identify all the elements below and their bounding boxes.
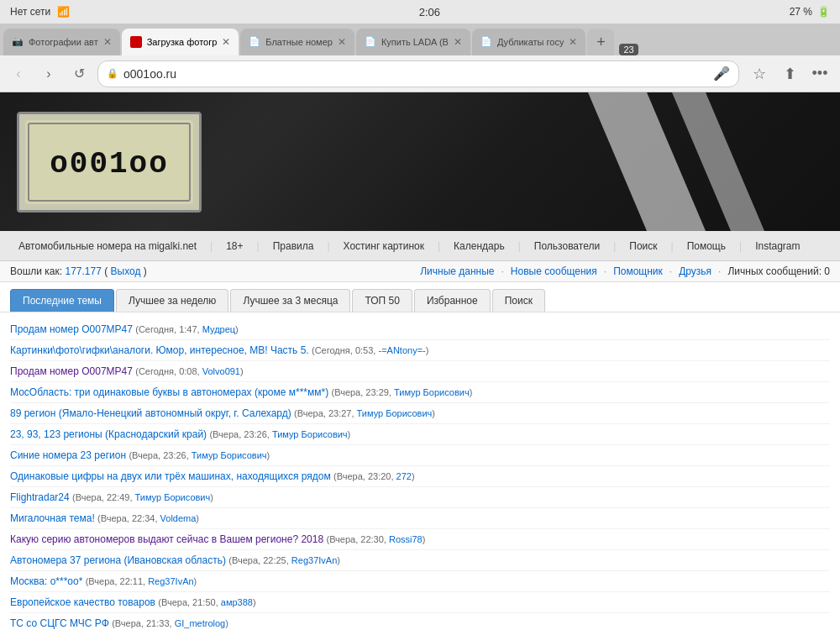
- thread-7: Одинаковые цифры на двух или трёх машина…: [10, 466, 830, 487]
- bookmark-button[interactable]: ☆: [746, 60, 773, 87]
- link-friends[interactable]: Друзья: [679, 265, 711, 277]
- tab-2[interactable]: Загрузка фотогр ✕: [122, 29, 239, 55]
- tabs-container: 📷 Фотографии авт ✕ Загрузка фотогр ✕ 📄 Б…: [3, 29, 837, 55]
- link-helper[interactable]: Помощник: [613, 265, 663, 277]
- hero-banner-inner: о001оо: [0, 92, 840, 231]
- thread-10-link[interactable]: Какую серию автономеров выдают сейчас в …: [10, 533, 323, 545]
- thread-14: ТС со СЦГС МЧС РФ (Вчера, 21:33, GI_metr…: [10, 613, 830, 630]
- nav-item-home[interactable]: Автомобильные номера на migalki.net: [8, 235, 207, 257]
- thread-3-link[interactable]: МосОбласть: три одинаковые буквы в автон…: [10, 386, 328, 398]
- content-tabs: Последние темы Лучшее за неделю Лучшее з…: [0, 282, 840, 312]
- status-time: 2:06: [419, 6, 440, 18]
- nav-item-rules[interactable]: Правила: [263, 235, 324, 257]
- thread-0-link[interactable]: Продам номер О007МР47: [10, 323, 133, 335]
- thread-4-user[interactable]: Тимур Борисович: [357, 408, 433, 418]
- thread-10: Какую серию автономеров выдают сейчас в …: [10, 529, 830, 550]
- tab-3-close[interactable]: ✕: [338, 36, 346, 48]
- private-messages-count: Личных сообщений: 0: [727, 265, 830, 277]
- thread-0-meta: (Сегодня, 1:47,: [135, 324, 202, 334]
- nav-item-hosting[interactable]: Хостинг картинок: [333, 235, 434, 257]
- thread-1: Картинки\фото\гифки\аналоги. Юмор, интер…: [10, 340, 830, 361]
- thread-13-link[interactable]: Европейское качество товаров: [10, 596, 155, 608]
- url-text: o001oo.ru: [123, 67, 708, 81]
- url-input-container[interactable]: 🔒 o001oo.ru 🎤: [97, 60, 739, 87]
- nav-item-18[interactable]: 18+: [216, 235, 253, 257]
- thread-9-link[interactable]: Мигалочная тема!: [10, 512, 95, 524]
- login-info: Вошли как: 177.177 ( Выход ): [10, 265, 147, 277]
- thread-14-link[interactable]: ТС со СЦГС МЧС РФ: [10, 617, 109, 629]
- thread-14-user[interactable]: GI_metrolog: [175, 618, 226, 628]
- threads-section: Продам номер О007МР47 (Сегодня, 1:47, Му…: [0, 312, 840, 630]
- nav-item-calendar[interactable]: Календарь: [444, 235, 515, 257]
- thread-5: 23, 93, 123 регионы (Краснодарский край)…: [10, 424, 830, 445]
- link-personal[interactable]: Личные данные: [420, 265, 494, 277]
- tab-bar: 📷 Фотографии авт ✕ Загрузка фотогр ✕ 📄 Б…: [0, 24, 840, 55]
- thread-1-link[interactable]: Картинки\фото\гифки\аналоги. Юмор, интер…: [10, 344, 309, 356]
- thread-12-user[interactable]: Reg37IvAn: [148, 576, 193, 586]
- tab-1-close[interactable]: ✕: [103, 36, 112, 48]
- status-right: 27 % 🔋: [790, 6, 830, 18]
- nav-item-help[interactable]: Помощь: [677, 235, 736, 257]
- thread-2-link[interactable]: Продам номер О007МР47: [10, 365, 133, 377]
- wifi-icon: 📶: [57, 6, 70, 18]
- tab-3-label: Блатные номер: [265, 37, 333, 47]
- lock-icon: 🔒: [107, 68, 118, 79]
- thread-1-user[interactable]: -=ANtony=-: [378, 345, 425, 355]
- mic-icon[interactable]: 🎤: [713, 66, 730, 81]
- tab-3months[interactable]: Лучшее за 3 месяца: [230, 289, 350, 312]
- tab-1[interactable]: 📷 Фотографии авт ✕: [3, 29, 120, 55]
- battery-icon: 🔋: [817, 6, 830, 18]
- tab-search[interactable]: Поиск: [492, 289, 545, 312]
- tab-1-label: Фотографии авт: [29, 37, 98, 47]
- signal-text: Нет сети: [10, 6, 50, 18]
- thread-6-link[interactable]: Синие номера 23 регион: [10, 449, 126, 461]
- forward-button[interactable]: ›: [37, 62, 60, 86]
- thread-4-link[interactable]: 89 регион (Ямало-Ненецкий автономный окр…: [10, 407, 291, 419]
- thread-6-user[interactable]: Тимур Борисович: [192, 450, 267, 460]
- thread-7-user[interactable]: 272: [396, 471, 412, 481]
- tab-3[interactable]: 📄 Блатные номер ✕: [240, 29, 354, 55]
- nav-item-instagram[interactable]: Instagram: [745, 235, 810, 257]
- thread-3-user[interactable]: Тимур Борисович: [394, 387, 470, 397]
- thread-2: Продам номер О007МР47 (Сегодня, 0:08, Vo…: [10, 361, 830, 382]
- thread-5-user[interactable]: Тимур Борисович: [272, 429, 348, 439]
- thread-11-link[interactable]: Автономера 37 региона (Ивановская област…: [10, 554, 226, 566]
- thread-9: Мигалочная тема! (Вчера, 22:34, Voldema): [10, 508, 830, 529]
- tab-week[interactable]: Лучшее за неделю: [116, 289, 228, 312]
- thread-2-user[interactable]: Volvo091: [202, 366, 240, 376]
- login-username[interactable]: 177.177: [65, 265, 101, 277]
- thread-13-user[interactable]: амр388: [221, 597, 253, 607]
- thread-0-user[interactable]: Мудрец: [202, 324, 235, 334]
- nav-item-search[interactable]: Поиск: [619, 235, 667, 257]
- tab-1-favicon: 📷: [12, 36, 24, 48]
- tab-5-label: Дубликаты госу: [497, 37, 564, 47]
- thread-7-link[interactable]: Одинаковые цифры на двух или трёх машина…: [10, 470, 331, 482]
- tab-5-close[interactable]: ✕: [569, 36, 577, 48]
- tab-latest[interactable]: Последние темы: [10, 289, 114, 312]
- tab-4-favicon: 📄: [365, 36, 376, 48]
- share-button[interactable]: ⬆: [776, 60, 803, 87]
- tab-5[interactable]: 📄 Дубликаты госу ✕: [472, 29, 586, 55]
- reload-button[interactable]: ↺: [67, 62, 91, 86]
- link-messages[interactable]: Новые сообщения: [511, 265, 597, 277]
- tab-4[interactable]: 📄 Купить LADA (В ✕: [356, 29, 470, 55]
- thread-11-user[interactable]: Reg37IvAn: [291, 555, 337, 565]
- tab-2-close[interactable]: ✕: [222, 36, 230, 48]
- tab-4-close[interactable]: ✕: [454, 36, 462, 48]
- new-tab-button[interactable]: +: [587, 29, 614, 55]
- logout-link[interactable]: Выход: [111, 265, 141, 277]
- nav-item-users[interactable]: Пользователи: [524, 235, 610, 257]
- tab-top50[interactable]: ТОП 50: [352, 289, 412, 312]
- more-button[interactable]: •••: [806, 60, 833, 87]
- back-button[interactable]: ‹: [7, 62, 30, 86]
- battery-percent: 27 %: [790, 6, 812, 18]
- tab-favorites[interactable]: Избранное: [414, 289, 491, 312]
- thread-8-user[interactable]: Тимур Борисович: [135, 492, 211, 502]
- thread-10-user[interactable]: Rossi78: [389, 534, 423, 544]
- thread-5-link[interactable]: 23, 93, 123 регионы (Краснодарский край): [10, 428, 207, 440]
- thread-12-link[interactable]: Москва: о***оо*: [10, 575, 82, 587]
- tab-count: 23: [619, 44, 638, 55]
- thread-8-link[interactable]: Flightradar24: [10, 491, 70, 503]
- thread-3: МосОбласть: три одинаковые буквы в автон…: [10, 382, 830, 403]
- thread-9-user[interactable]: Voldema: [160, 513, 197, 523]
